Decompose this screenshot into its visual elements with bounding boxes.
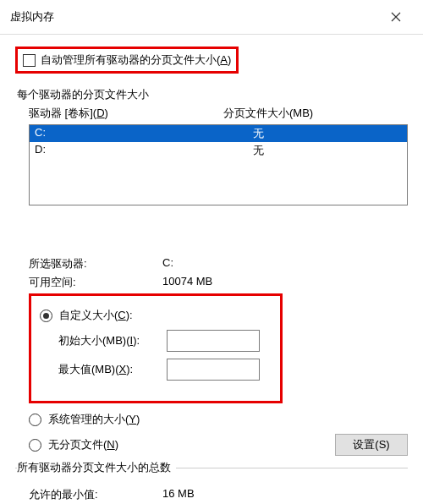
header-size: 分页文件大小(MB): [223, 106, 408, 121]
max-size-label: 最大值(MB)(X):: [40, 362, 167, 377]
custom-size-radio[interactable]: [40, 310, 52, 322]
window-title: 虚拟内存: [10, 9, 54, 25]
system-managed-radio-row[interactable]: 系统管理的大小(Y): [29, 412, 408, 427]
drive-group: 驱动器 [卷标](D) 分页文件大小(MB) C: 无 D: 无 所选驱动器: …: [29, 106, 408, 456]
drive-list-headers: 驱动器 [卷标](D) 分页文件大小(MB): [29, 106, 408, 121]
custom-size-label: 自定义大小(C):: [59, 308, 133, 323]
no-paging-label: 无分页文件(N): [48, 437, 118, 452]
totals-separator: 所有驱动器分页文件大小的总数: [15, 468, 408, 484]
auto-manage-label: 自动管理所有驱动器的分页文件大小(A): [41, 52, 231, 68]
system-managed-label: 系统管理的大小(Y): [48, 412, 140, 427]
min-allowed-label: 允许的最小值:: [29, 487, 162, 502]
auto-manage-checkbox[interactable]: [23, 54, 36, 67]
initial-size-input[interactable]: [167, 330, 260, 352]
selected-drive-value: C:: [162, 256, 408, 271]
initial-size-row: 初始大小(MB)(I):: [40, 330, 272, 352]
drive-cell: D:: [35, 143, 253, 158]
drive-row-d[interactable]: D: 无: [30, 142, 407, 159]
other-size-options: 系统管理的大小(Y) 无分页文件(N) 设置(S): [29, 412, 408, 456]
no-paging-row: 无分页文件(N) 设置(S): [29, 434, 408, 456]
min-allowed-row: 允许的最小值: 16 MB: [29, 487, 408, 502]
drive-cell: C:: [35, 126, 253, 141]
dialog-content: 自动管理所有驱动器的分页文件大小(A) 每个驱动器的分页文件大小 驱动器 [卷标…: [0, 35, 423, 504]
drive-row-c[interactable]: C: 无: [30, 125, 407, 142]
initial-size-label: 初始大小(MB)(I):: [40, 333, 167, 348]
auto-manage-highlight: 自动管理所有驱动器的分页文件大小(A): [15, 47, 239, 74]
size-cell: 无: [253, 143, 402, 158]
header-drive: 驱动器 [卷标](D): [29, 106, 223, 121]
max-size-row: 最大值(MB)(X):: [40, 359, 272, 381]
set-button[interactable]: 设置(S): [335, 434, 408, 456]
close-button[interactable]: [379, 7, 413, 27]
drive-group-title: 每个驱动器的分页文件大小: [17, 87, 408, 102]
drive-list[interactable]: C: 无 D: 无: [29, 124, 408, 205]
selected-drive-row: 所选驱动器: C:: [29, 256, 408, 271]
free-space-label: 可用空间:: [29, 275, 162, 290]
min-allowed-value: 16 MB: [162, 487, 408, 502]
max-size-input[interactable]: [167, 359, 260, 381]
no-paging-radio-row[interactable]: 无分页文件(N): [29, 437, 118, 452]
close-icon: [391, 12, 401, 22]
titlebar: 虚拟内存: [0, 0, 423, 35]
size-cell: 无: [253, 126, 402, 141]
free-space-row: 可用空间: 10074 MB: [29, 275, 408, 290]
system-managed-radio[interactable]: [29, 414, 41, 426]
totals-group: 允许的最小值: 16 MB: [29, 487, 408, 502]
free-space-value: 10074 MB: [162, 275, 408, 290]
totals-title: 所有驱动器分页文件大小的总数: [17, 460, 176, 475]
custom-size-highlight: 自定义大小(C): 初始大小(MB)(I): 最大值(MB)(X):: [29, 293, 283, 403]
selected-drive-label: 所选驱动器:: [29, 256, 162, 271]
no-paging-radio[interactable]: [29, 439, 41, 452]
custom-size-radio-row[interactable]: 自定义大小(C):: [40, 308, 272, 323]
